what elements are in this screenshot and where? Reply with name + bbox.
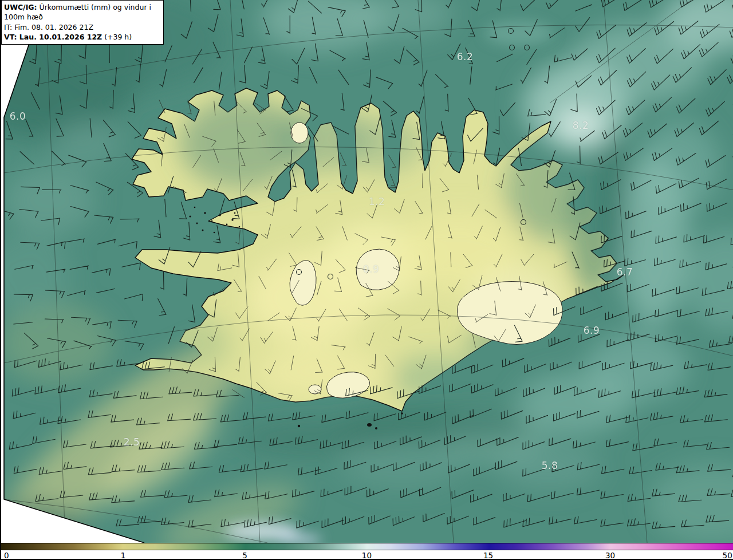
colorbar-gradient-band [1,543,733,550]
valid-offset: (+39 h) [102,33,132,41]
contour-label: 6.7 [617,266,633,278]
contour-label: 6.9 [584,325,600,336]
forecast-title-box: UWC/IG: Úrkomumætti (mm) og vindur i 100… [1,0,164,45]
colorbar-tick: 30 [599,551,622,560]
contour-label: 1.2 [369,196,385,207]
precipitation-colorbar: 01510153050 [1,543,733,560]
colorbar-tick: 15 [477,551,500,560]
valid-time-line: VT: Lau. 10.01.2026 12Z (+39 h) [4,32,160,42]
contour-label: 2.5 [124,436,140,448]
colorbar-tick: 50 [722,551,732,560]
valid-time: VT: Lau. 10.01.2026 12Z [4,33,102,41]
init-time-line: IT: Fim. 08. 01. 2026 21Z [4,22,160,32]
contour-label: 6.0 [10,111,26,122]
contour-label: 8.2 [573,120,589,131]
contour-label: 6.2 [457,51,474,62]
contour-label: 5.8 [542,460,558,471]
colorbar-tick: 10 [355,551,378,560]
colorbar-tick: 0 [4,551,9,560]
weather-map-viewport: 6.26.08.21.20.96.76.92.55.8 UWC/IG: Úrko… [0,0,733,560]
contour-label: 0.9 [363,263,380,275]
colorbar-tick: 5 [233,551,256,560]
title-line: UWC/IG: Úrkomumætti (mm) og vindur i 100… [4,2,160,22]
product-id: UWC/IG: [4,3,37,11]
colorbar-tick: 1 [112,551,135,560]
